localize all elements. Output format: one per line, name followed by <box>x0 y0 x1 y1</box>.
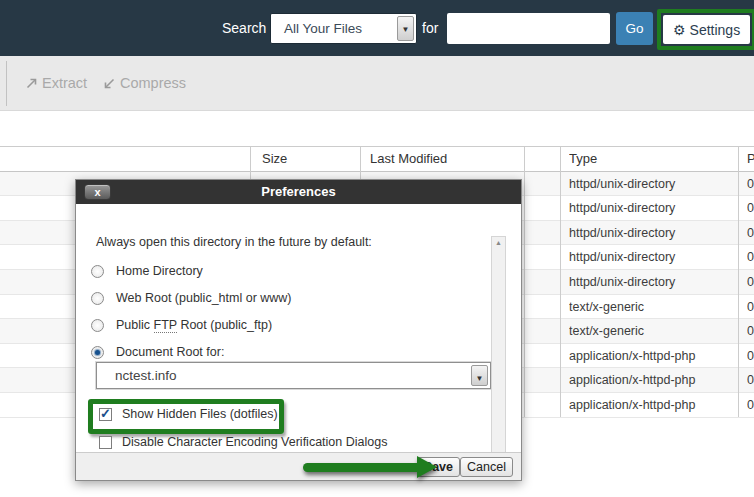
checkbox-icon <box>99 408 112 421</box>
radio-icon <box>91 319 104 332</box>
dialog-body: Always open this directory in the future… <box>76 204 521 454</box>
checkbox-icon <box>99 436 112 449</box>
radio-label: Document Root for: <box>116 345 224 359</box>
extract-label: Extract <box>42 75 87 91</box>
compress-label: Compress <box>120 75 186 91</box>
dialog-title: Preferences <box>76 180 521 204</box>
cell-type: application/x-httpd-php <box>569 393 734 418</box>
radio-label: Public FTP Root (public_ftp) <box>116 318 272 332</box>
column-header-type[interactable]: Type <box>569 147 734 172</box>
dialog-titlebar: Preferences x <box>76 180 521 204</box>
cell-type: application/x-httpd-php <box>569 344 734 369</box>
settings-button-label: Settings <box>690 22 741 38</box>
cell-permissions: 0755 <box>747 245 754 270</box>
cell-type: httpd/unix-directory <box>569 270 734 295</box>
scroll-up-icon[interactable]: ▲ <box>492 239 505 246</box>
cancel-button[interactable]: Cancel <box>460 457 513 477</box>
default-directory-label: Always open this directory in the future… <box>96 235 372 249</box>
file-scope-value: All Your Files <box>284 14 362 43</box>
gear-icon: ⚙ <box>673 22 686 38</box>
radio-label: Web Root (public_html or www) <box>116 291 292 305</box>
cell-type: httpd/unix-directory <box>569 196 734 221</box>
cell-permissions: 0644 <box>747 393 754 418</box>
checkbox-label: Show Hidden Files (dotfiles) <box>122 407 278 421</box>
file-manager-page: Search All Your Files ▼ for Go ⚙Settings… <box>0 0 754 497</box>
preferences-dialog: Preferences x Always open this directory… <box>75 179 522 481</box>
column-header-size[interactable]: Size <box>262 147 356 172</box>
cell-type: httpd/unix-directory <box>569 245 734 270</box>
radio-icon <box>91 292 104 305</box>
extract-button[interactable]: Extract <box>25 56 87 111</box>
toolbar-divider <box>6 61 7 106</box>
column-divider <box>524 146 525 417</box>
radio-label: Home Directory <box>116 264 203 278</box>
cell-type: application/x-httpd-php <box>569 368 734 393</box>
chevron-down-icon[interactable]: ▼ <box>471 365 488 386</box>
cell-type: httpd/unix-directory <box>569 221 734 246</box>
column-divider <box>560 146 561 417</box>
dialog-footer: Save Cancel <box>76 452 521 480</box>
cell-type: text/x-generic <box>569 295 734 320</box>
save-button[interactable]: Save <box>417 457 460 477</box>
search-label: Search <box>222 0 266 56</box>
cell-permissions: 0755 <box>747 221 754 246</box>
cell-permissions: 0644 <box>747 319 754 344</box>
cell-permissions: 0644 <box>747 368 754 393</box>
compress-icon <box>103 77 116 90</box>
document-root-value: nctest.info <box>115 363 177 388</box>
close-icon[interactable]: x <box>84 184 111 200</box>
cell-type: httpd/unix-directory <box>569 172 734 197</box>
cell-type: text/x-generic <box>569 319 734 344</box>
dialog-scrollbar[interactable]: ▲ ▼ <box>491 236 506 464</box>
compress-button[interactable]: Compress <box>103 56 186 111</box>
search-input[interactable] <box>447 13 610 44</box>
extract-icon <box>25 77 38 90</box>
ftp-abbr: FTP <box>154 318 177 333</box>
checkbox-label: Disable Character Encoding Verification … <box>122 435 387 449</box>
cell-permissions: 0755 <box>747 270 754 295</box>
topbar: Search All Your Files ▼ for Go ⚙Settings <box>0 0 754 56</box>
settings-button[interactable]: ⚙Settings <box>663 15 750 44</box>
chevron-down-icon[interactable]: ▼ <box>397 16 414 41</box>
file-scope-select[interactable]: All Your Files ▼ <box>270 13 417 44</box>
document-root-select[interactable]: nctest.info ▼ <box>96 362 491 389</box>
cell-permissions: 0755 <box>747 196 754 221</box>
cell-permissions: 0644 <box>747 295 754 320</box>
settings-highlight: ⚙Settings <box>657 9 754 50</box>
for-label: for <box>422 0 438 56</box>
radio-icon <box>91 346 104 359</box>
column-divider <box>738 146 739 417</box>
cell-permissions: 0755 <box>747 172 754 197</box>
go-button[interactable]: Go <box>616 12 653 45</box>
radio-icon <box>91 265 104 278</box>
table-header-row: Size Last Modified Type Permissions <box>0 147 754 172</box>
cell-permissions: 0644 <box>747 344 754 369</box>
column-header-last-modified[interactable]: Last Modified <box>370 147 520 172</box>
toolbar: Extract Compress <box>0 56 754 111</box>
column-header-permissions[interactable]: Permissions <box>747 147 754 172</box>
